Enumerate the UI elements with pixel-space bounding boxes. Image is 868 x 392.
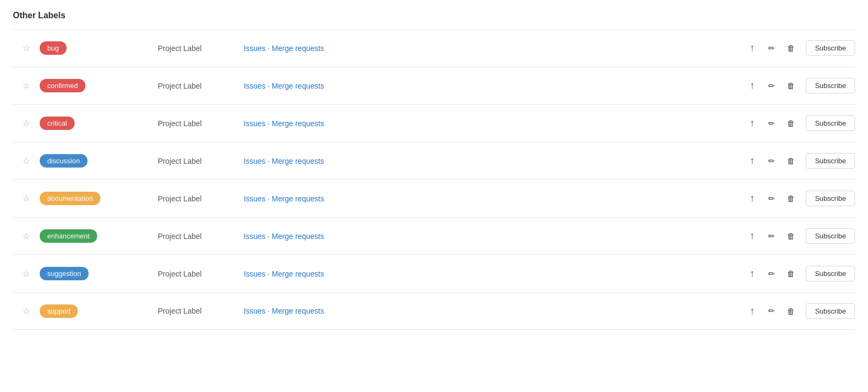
section-title: Other Labels xyxy=(13,11,855,20)
star-icon[interactable]: ☆ xyxy=(23,268,30,279)
label-type: Project Label xyxy=(158,82,244,90)
star-icon[interactable]: ☆ xyxy=(23,306,30,316)
merge-requests-link[interactable]: Merge requests xyxy=(272,157,324,165)
label-badge-support: support xyxy=(40,304,78,318)
label-badge-enhancement: enhancement xyxy=(40,229,97,243)
star-col: ☆ xyxy=(13,193,40,204)
issues-link[interactable]: Issues xyxy=(244,82,265,90)
edit-icon[interactable] xyxy=(765,192,778,205)
edit-icon[interactable] xyxy=(765,42,778,55)
issues-link[interactable]: Issues xyxy=(244,119,265,128)
label-badge-confirmed: confirmed xyxy=(40,79,85,92)
actions-col xyxy=(746,155,797,168)
subscribe-button[interactable]: Subscribe xyxy=(806,191,855,206)
merge-requests-link[interactable]: Merge requests xyxy=(272,82,324,90)
merge-requests-link[interactable]: Merge requests xyxy=(272,270,324,278)
subscribe-button[interactable]: Subscribe xyxy=(806,78,855,93)
merge-requests-link[interactable]: Merge requests xyxy=(272,232,324,241)
label-col: confirmed xyxy=(40,79,158,92)
label-type: Project Label xyxy=(158,44,244,53)
promote-icon[interactable] xyxy=(746,267,758,280)
edit-icon[interactable] xyxy=(765,304,778,317)
actions-col xyxy=(746,192,797,205)
subscribe-button[interactable]: Subscribe xyxy=(806,153,855,169)
actions-col xyxy=(746,117,797,130)
promote-icon[interactable] xyxy=(746,230,758,243)
edit-icon[interactable] xyxy=(765,117,778,130)
link-separator: · xyxy=(267,119,269,128)
label-type: Project Label xyxy=(158,232,244,241)
star-icon[interactable]: ☆ xyxy=(23,231,30,241)
label-type: Project Label xyxy=(158,307,244,315)
subscribe-button[interactable]: Subscribe xyxy=(806,40,855,56)
promote-icon[interactable] xyxy=(746,304,758,317)
delete-icon[interactable] xyxy=(784,42,797,55)
issues-link[interactable]: Issues xyxy=(244,194,265,203)
actions-col xyxy=(746,230,797,243)
merge-requests-link[interactable]: Merge requests xyxy=(272,119,324,128)
edit-icon[interactable] xyxy=(765,267,778,280)
link-separator: · xyxy=(267,44,269,53)
label-row: ☆ suggestion Project Label Issues · Merg… xyxy=(13,255,855,292)
label-row: ☆ confirmed Project Label Issues · Merge… xyxy=(13,67,855,104)
labels-list: ☆ bug Project Label Issues · Merge reque… xyxy=(13,29,855,330)
subscribe-button[interactable]: Subscribe xyxy=(806,228,855,244)
delete-icon[interactable] xyxy=(784,192,797,205)
star-col: ☆ xyxy=(13,156,40,166)
label-badge-suggestion: suggestion xyxy=(40,267,89,280)
issues-link[interactable]: Issues xyxy=(244,307,265,315)
link-separator: · xyxy=(267,307,269,315)
edit-icon[interactable] xyxy=(765,230,778,243)
delete-icon[interactable] xyxy=(784,79,797,92)
merge-requests-link[interactable]: Merge requests xyxy=(272,194,324,203)
label-badge-bug: bug xyxy=(40,41,67,55)
star-icon[interactable]: ☆ xyxy=(23,156,30,166)
label-row: ☆ bug Project Label Issues · Merge reque… xyxy=(13,29,855,67)
delete-icon[interactable] xyxy=(784,230,797,243)
promote-icon[interactable] xyxy=(746,155,758,168)
label-links: Issues · Merge requests xyxy=(244,44,746,53)
issues-link[interactable]: Issues xyxy=(244,44,265,53)
delete-icon[interactable] xyxy=(784,155,797,168)
delete-icon[interactable] xyxy=(784,304,797,317)
delete-icon[interactable] xyxy=(784,267,797,280)
label-badge-critical: critical xyxy=(40,117,75,130)
promote-icon[interactable] xyxy=(746,79,758,92)
link-separator: · xyxy=(267,232,269,241)
label-type: Project Label xyxy=(158,270,244,278)
star-icon[interactable]: ☆ xyxy=(23,193,30,204)
label-links: Issues · Merge requests xyxy=(244,119,746,128)
actions-col xyxy=(746,267,797,280)
label-links: Issues · Merge requests xyxy=(244,82,746,90)
label-row: ☆ documentation Project Label Issues · M… xyxy=(13,179,855,217)
label-links: Issues · Merge requests xyxy=(244,232,746,241)
label-type: Project Label xyxy=(158,194,244,203)
label-col: critical xyxy=(40,117,158,130)
subscribe-button[interactable]: Subscribe xyxy=(806,115,855,131)
main-container: Other Labels ☆ bug Project Label Issues … xyxy=(0,0,868,340)
subscribe-button[interactable]: Subscribe xyxy=(806,266,855,281)
label-type: Project Label xyxy=(158,119,244,128)
issues-link[interactable]: Issues xyxy=(244,270,265,278)
star-icon[interactable]: ☆ xyxy=(23,43,30,53)
label-col: bug xyxy=(40,41,158,55)
link-separator: · xyxy=(267,157,269,165)
promote-icon[interactable] xyxy=(746,42,758,55)
edit-icon[interactable] xyxy=(765,79,778,92)
merge-requests-link[interactable]: Merge requests xyxy=(272,307,324,315)
actions-col xyxy=(746,304,797,317)
star-icon[interactable]: ☆ xyxy=(23,118,30,128)
edit-icon[interactable] xyxy=(765,155,778,168)
star-icon[interactable]: ☆ xyxy=(23,81,30,91)
merge-requests-link[interactable]: Merge requests xyxy=(272,44,324,53)
actions-col xyxy=(746,42,797,55)
subscribe-button[interactable]: Subscribe xyxy=(806,303,855,319)
issues-link[interactable]: Issues xyxy=(244,232,265,241)
promote-icon[interactable] xyxy=(746,192,758,205)
label-row: ☆ discussion Project Label Issues · Merg… xyxy=(13,142,855,179)
promote-icon[interactable] xyxy=(746,117,758,130)
label-col: discussion xyxy=(40,154,158,168)
issues-link[interactable]: Issues xyxy=(244,157,265,165)
label-badge-discussion: discussion xyxy=(40,154,87,168)
delete-icon[interactable] xyxy=(784,117,797,130)
